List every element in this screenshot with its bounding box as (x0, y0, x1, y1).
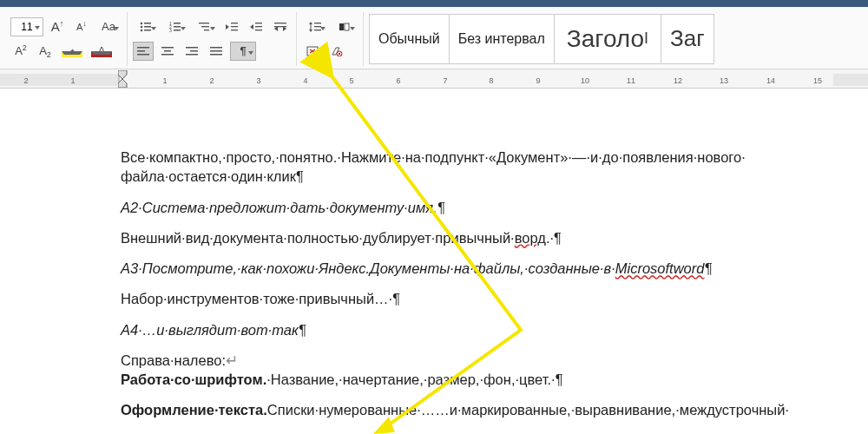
svg-text:8: 8 (489, 76, 493, 85)
bullet-list-button[interactable] (133, 17, 159, 36)
svg-rect-14 (204, 30, 209, 30)
show-formatting-button[interactable]: ¶ (230, 42, 256, 61)
numbered-list-button[interactable]: 123 (162, 17, 188, 36)
svg-rect-1 (144, 23, 151, 24)
svg-rect-7 (174, 23, 181, 24)
svg-rect-13 (201, 26, 209, 27)
clear-formatting-button[interactable] (326, 42, 347, 61)
paragraph: Внешний·вид·документа·полностью·дублируе… (121, 228, 815, 247)
ribbon-toolbar: 11 A↑ A↓ Aa A2 A2 A 123 ¶ (0, 0, 868, 69)
increase-indent-button[interactable] (246, 17, 266, 36)
text-direction-button[interactable] (270, 17, 291, 36)
svg-text:5: 5 (349, 76, 353, 85)
svg-rect-3 (144, 26, 151, 28)
superscript-button[interactable]: A2 (10, 42, 31, 61)
paragraph: Оформление·текста.Списки·нумерованные·……… (121, 400, 815, 419)
svg-rect-38 (314, 30, 321, 30)
svg-rect-30 (190, 50, 198, 52)
svg-rect-17 (231, 30, 238, 30)
svg-rect-33 (210, 50, 222, 52)
align-justify-button[interactable] (206, 42, 227, 61)
svg-text:2: 2 (23, 76, 28, 85)
svg-rect-12 (199, 23, 209, 23)
change-case-button[interactable]: Aa (95, 17, 122, 36)
insert-symbol-button[interactable] (302, 42, 323, 61)
decrease-font-button[interactable]: A↓ (71, 17, 92, 36)
svg-rect-40 (345, 23, 349, 30)
svg-rect-27 (164, 50, 171, 52)
align-center-button[interactable] (157, 42, 178, 61)
svg-rect-29 (186, 47, 198, 49)
line-spacing-button[interactable] (302, 17, 328, 36)
paragraph: Все·компактно,·просто,·понятно.·Нажмите·… (121, 148, 815, 187)
svg-text:12: 12 (674, 76, 682, 85)
svg-rect-23 (137, 47, 149, 49)
svg-rect-16 (231, 26, 238, 27)
font-group: 11 A↑ A↓ Aa A2 A2 A (5, 12, 128, 66)
svg-rect-24 (137, 50, 145, 52)
svg-rect-25 (137, 54, 149, 56)
svg-rect-34 (210, 54, 222, 56)
svg-rect-43 (0, 74, 119, 86)
svg-rect-18 (255, 23, 262, 23)
svg-rect-28 (161, 54, 174, 56)
style-normal[interactable]: Обычный (369, 14, 450, 64)
svg-rect-35 (311, 23, 312, 30)
svg-rect-26 (161, 47, 174, 49)
paragraph-group: 123 ¶ (128, 12, 297, 66)
svg-rect-5 (144, 30, 151, 31)
svg-text:6: 6 (396, 76, 400, 85)
align-left-button[interactable] (133, 42, 154, 61)
style-no-spacing[interactable]: Без интервал (449, 14, 555, 64)
svg-rect-20 (255, 30, 262, 30)
svg-text:15: 15 (813, 76, 822, 85)
decrease-indent-button[interactable] (221, 17, 242, 36)
style-heading2[interactable]: Заг (661, 14, 714, 64)
font-color-button[interactable]: A (89, 42, 115, 61)
subscript-button[interactable]: A2 (35, 42, 56, 61)
svg-rect-11 (174, 30, 181, 31)
svg-point-4 (141, 29, 143, 31)
window-titlebar (0, 0, 868, 7)
multilevel-list-button[interactable] (192, 17, 218, 36)
document-body[interactable]: Все·компактно,·просто,·понятно.·Нажмите·… (0, 89, 868, 420)
styles-gallery: Обычный Без интервал ЗаголоI Заг (364, 12, 713, 66)
svg-point-2 (141, 25, 143, 28)
svg-text:1: 1 (162, 76, 167, 85)
svg-rect-44 (833, 74, 868, 86)
shading-button[interactable] (332, 17, 358, 36)
highlight-color-button[interactable] (59, 42, 85, 61)
svg-text:4: 4 (303, 76, 307, 85)
svg-text:13: 13 (720, 76, 728, 85)
svg-rect-37 (314, 26, 321, 27)
svg-rect-22 (274, 26, 286, 27)
horizontal-ruler[interactable]: 2 1 1 2 3 4 5 6 7 8 9 10 11 12 13 14 15 (0, 69, 868, 89)
misc-group (297, 12, 364, 66)
svg-rect-15 (231, 23, 238, 23)
svg-text:7: 7 (443, 76, 447, 85)
svg-text:10: 10 (581, 76, 589, 85)
increase-font-button[interactable]: A↑ (47, 17, 68, 36)
svg-rect-19 (255, 26, 262, 27)
font-size-select[interactable]: 11 (10, 17, 43, 36)
first-line-indent-marker[interactable] (118, 70, 128, 88)
svg-rect-31 (186, 54, 198, 56)
align-right-button[interactable] (181, 42, 202, 61)
paragraph: Набор·инструментов·тоже·привычный…·¶ (121, 289, 815, 308)
svg-text:1: 1 (70, 76, 75, 85)
svg-text:9: 9 (536, 76, 540, 85)
paragraph: А3·Посмотрите,·как·похожи·Яндекс.Докумен… (121, 259, 815, 278)
svg-text:3: 3 (256, 76, 260, 85)
svg-rect-9 (174, 26, 181, 28)
svg-rect-36 (314, 23, 321, 23)
svg-text:2: 2 (209, 76, 214, 85)
svg-text:14: 14 (766, 76, 775, 85)
svg-rect-39 (339, 23, 344, 30)
svg-text:3: 3 (169, 28, 172, 32)
paragraph: А2·Система·предложит·дать·документу·имя.… (121, 198, 815, 217)
style-heading1[interactable]: ЗаголоI (554, 14, 661, 64)
svg-rect-21 (274, 23, 286, 23)
svg-rect-32 (210, 47, 222, 49)
paragraph: А4·…и·выглядит·вот·так¶ (121, 320, 815, 339)
svg-point-0 (141, 22, 143, 24)
